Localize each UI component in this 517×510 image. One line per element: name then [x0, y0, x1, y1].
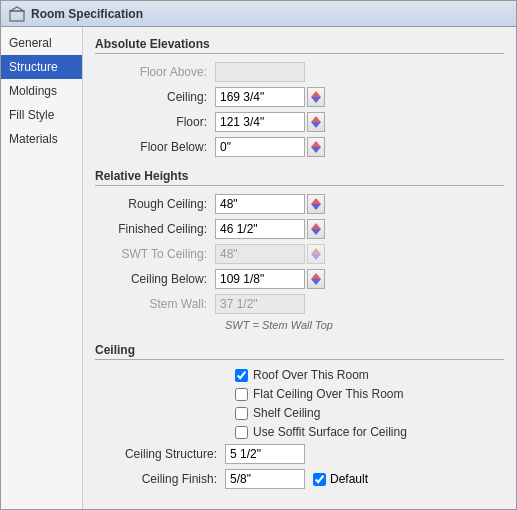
ceiling-below-input[interactable] [215, 269, 305, 289]
ceiling-structure-label: Ceiling Structure: [95, 447, 225, 461]
relative-heights-header: Relative Heights [95, 169, 504, 186]
absolute-elevations-header: Absolute Elevations [95, 37, 504, 54]
floor-below-input[interactable] [215, 137, 305, 157]
absolute-elevations-section: Absolute Elevations Floor Above: Ceiling… [95, 37, 504, 157]
finished-ceiling-spinner[interactable] [307, 219, 325, 239]
roof-over-checkbox[interactable] [235, 369, 248, 382]
title-bar: Room Specification [1, 1, 516, 27]
stem-wall-label: Stem Wall: [95, 297, 215, 311]
svg-marker-9 [311, 204, 321, 210]
svg-marker-14 [311, 273, 321, 279]
main-panel: Absolute Elevations Floor Above: Ceiling… [83, 27, 516, 509]
finished-ceiling-input[interactable] [215, 219, 305, 239]
ceiling-row: Ceiling: [95, 87, 504, 107]
svg-marker-6 [311, 141, 321, 147]
rough-ceiling-label: Rough Ceiling: [95, 197, 215, 211]
sidebar-item-general[interactable]: General [1, 31, 82, 55]
flat-ceiling-checkbox[interactable] [235, 388, 248, 401]
room-specification-window: Room Specification General Structure Mol… [0, 0, 517, 510]
ceiling-spinner[interactable] [307, 87, 325, 107]
use-soffit-row: Use Soffit Surface for Ceiling [95, 425, 504, 439]
shelf-ceiling-label[interactable]: Shelf Ceiling [253, 406, 320, 420]
stem-wall-input[interactable] [215, 294, 305, 314]
ceiling-label: Ceiling: [95, 90, 215, 104]
stem-wall-row: Stem Wall: [95, 294, 504, 314]
relative-heights-section: Relative Heights Rough Ceiling: Finished… [95, 169, 504, 331]
finished-ceiling-row: Finished Ceiling: [95, 219, 504, 239]
ceiling-finish-label: Ceiling Finish: [95, 472, 225, 486]
floor-above-label: Floor Above: [95, 65, 215, 79]
swt-ceiling-spinner[interactable] [307, 244, 325, 264]
roof-over-label[interactable]: Roof Over This Room [253, 368, 369, 382]
shelf-ceiling-row: Shelf Ceiling [95, 406, 504, 420]
use-soffit-checkbox[interactable] [235, 426, 248, 439]
window-title: Room Specification [31, 7, 143, 21]
floor-input[interactable] [215, 112, 305, 132]
ceiling-finish-row: Ceiling Finish: Default [95, 469, 504, 489]
default-label[interactable]: Default [330, 472, 368, 486]
svg-marker-5 [311, 122, 321, 128]
rough-ceiling-row: Rough Ceiling: [95, 194, 504, 214]
svg-marker-2 [311, 91, 321, 97]
ceiling-below-spinner[interactable] [307, 269, 325, 289]
floor-below-spinner[interactable] [307, 137, 325, 157]
main-content: General Structure Moldings Fill Style Ma… [1, 27, 516, 509]
floor-below-row: Floor Below: [95, 137, 504, 157]
room-icon [9, 6, 25, 22]
ceiling-input[interactable] [215, 87, 305, 107]
svg-marker-1 [10, 7, 24, 11]
svg-marker-11 [311, 229, 321, 235]
svg-marker-13 [311, 254, 321, 260]
swt-ceiling-row: SWT To Ceiling: [95, 244, 504, 264]
sidebar-item-fill-style[interactable]: Fill Style [1, 103, 82, 127]
ceiling-section: Ceiling Roof Over This Room Flat Ceiling… [95, 343, 504, 489]
sidebar-item-materials[interactable]: Materials [1, 127, 82, 151]
swt-ceiling-input[interactable] [215, 244, 305, 264]
svg-marker-10 [311, 223, 321, 229]
sidebar-item-structure[interactable]: Structure [1, 55, 82, 79]
flat-ceiling-label[interactable]: Flat Ceiling Over This Room [253, 387, 404, 401]
svg-marker-15 [311, 279, 321, 285]
svg-marker-7 [311, 147, 321, 153]
rough-ceiling-input[interactable] [215, 194, 305, 214]
roof-over-row: Roof Over This Room [95, 368, 504, 382]
default-checkbox-container: Default [313, 472, 368, 486]
floor-label: Floor: [95, 115, 215, 129]
ceiling-finish-input[interactable] [225, 469, 305, 489]
floor-spinner[interactable] [307, 112, 325, 132]
ceiling-below-label: Ceiling Below: [95, 272, 215, 286]
ceiling-below-row: Ceiling Below: [95, 269, 504, 289]
finished-ceiling-label: Finished Ceiling: [95, 222, 215, 236]
ceiling-structure-input[interactable] [225, 444, 305, 464]
svg-marker-3 [311, 97, 321, 103]
svg-marker-12 [311, 248, 321, 254]
rough-ceiling-spinner[interactable] [307, 194, 325, 214]
floor-above-row: Floor Above: [95, 62, 504, 82]
svg-rect-0 [10, 11, 24, 21]
sidebar: General Structure Moldings Fill Style Ma… [1, 27, 83, 509]
floor-row: Floor: [95, 112, 504, 132]
shelf-ceiling-checkbox[interactable] [235, 407, 248, 420]
ceiling-header: Ceiling [95, 343, 504, 360]
default-checkbox[interactable] [313, 473, 326, 486]
svg-marker-8 [311, 198, 321, 204]
swt-note: SWT = Stem Wall Top [225, 319, 504, 331]
swt-ceiling-label: SWT To Ceiling: [95, 247, 215, 261]
use-soffit-label[interactable]: Use Soffit Surface for Ceiling [253, 425, 407, 439]
flat-ceiling-row: Flat Ceiling Over This Room [95, 387, 504, 401]
ceiling-structure-row: Ceiling Structure: [95, 444, 504, 464]
floor-above-input[interactable] [215, 62, 305, 82]
svg-marker-4 [311, 116, 321, 122]
floor-below-label: Floor Below: [95, 140, 215, 154]
sidebar-item-moldings[interactable]: Moldings [1, 79, 82, 103]
